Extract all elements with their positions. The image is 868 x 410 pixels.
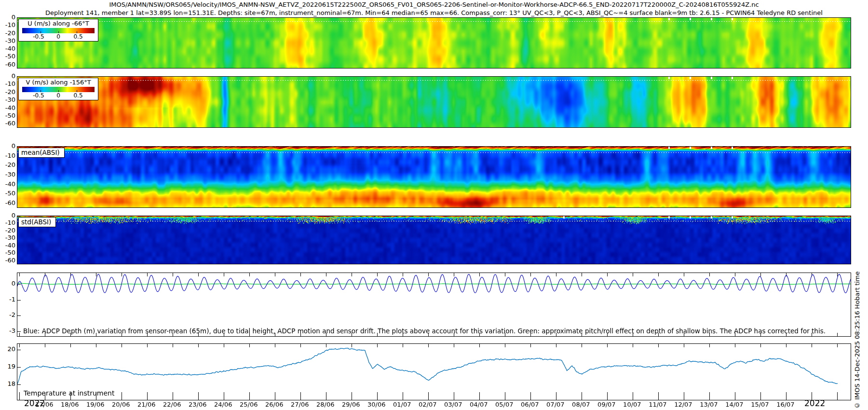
panel-temperature: Temperature at instrument <box>17 343 851 400</box>
y-tick-label-std: -10 <box>0 219 15 226</box>
y-tick-label-u: -10 <box>0 21 15 28</box>
y-tick-label-v: 0 <box>0 72 15 80</box>
y-tick-label-depth: 0 <box>0 280 15 287</box>
y-tick-label-v: -10 <box>0 80 15 87</box>
colorbar-tick-label: 0.5 <box>73 92 82 99</box>
y-tick-label-std: -20 <box>0 227 15 234</box>
v-legend-title: V (m/s) along -156°T <box>19 78 98 86</box>
std-absi-heatmap <box>17 216 851 264</box>
u-velocity-heatmap <box>17 18 851 68</box>
y-tick-label-u: -50 <box>0 53 15 60</box>
y-tick-label-u: -20 <box>0 29 15 37</box>
u-colorbar-legend: U (m/s) along -66°T -0.5 0 0.5 <box>18 19 98 41</box>
y-tick-label-mean: -40 <box>0 180 15 188</box>
y-tick-label-v: -50 <box>0 112 15 119</box>
std-absi-label: std(ABSI) <box>18 217 56 227</box>
y-tick-label-std: -50 <box>0 249 15 256</box>
y-tick-label-mean: -50 <box>0 190 15 197</box>
panel-mean-absi: mean(ABSI) <box>17 146 851 208</box>
y-tick-label-depth: -3 <box>0 327 15 334</box>
temperature-label: Temperature at instrument <box>24 389 114 397</box>
mean-absi-label: mean(ABSI) <box>18 148 65 158</box>
u-colorbar-gradient <box>22 28 95 33</box>
colorbar-tick-label: 0 <box>56 92 60 99</box>
y-tick-label-u: -40 <box>0 45 15 52</box>
u-colorbar-ticks: -0.5 0 0.5 <box>19 33 98 41</box>
y-tick-label-u: -60 <box>0 61 15 68</box>
y-tick-label-temp: 19 <box>0 363 15 370</box>
v-colorbar-ticks: -0.5 0 0.5 <box>19 92 98 100</box>
v-colorbar-gradient <box>22 87 95 92</box>
y-tick-label-mean: -20 <box>0 161 15 168</box>
colorbar-tick-label: 0.5 <box>73 33 82 40</box>
title-line-2: Deployment 141, member 1 lat=33.89S lon=… <box>0 9 868 16</box>
y-tick-label-std: -40 <box>0 242 15 249</box>
y-tick-label-v: -30 <box>0 96 15 103</box>
y-tick-label-std: -60 <box>0 257 15 264</box>
year-label-right: 2022 <box>804 398 825 408</box>
colorbar-tick-label: 0 <box>56 33 60 40</box>
imos-watermark: © IMOS 14-Dec-2025 08:25:16 Hobart time <box>854 234 862 409</box>
y-tick-label-depth: -2 <box>0 311 15 318</box>
panel-v-velocity: V (m/s) along -156°T -0.5 0 0.5 <box>17 76 851 128</box>
y-tick-label-v: -20 <box>0 88 15 96</box>
y-tick-label-mean: -30 <box>0 171 15 178</box>
depth-annotation: Blue: ADCP Depth (m) variation from sens… <box>23 327 826 335</box>
u-legend-title: U (m/s) along -66°T <box>19 19 98 27</box>
title-line-1: IMOS/ANMN/NSW/ORS065/Velocity/IMOS_ANMN-… <box>0 1 868 8</box>
v-velocity-heatmap <box>17 77 851 127</box>
colorbar-tick-label: -0.5 <box>33 33 44 40</box>
y-tick-label-temp: 18 <box>0 380 15 387</box>
panel-depth-variation: Blue: ADCP Depth (m) variation from sens… <box>17 273 851 337</box>
figure-root: IMOS/ANMN/NSW/ORS065/Velocity/IMOS_ANMN-… <box>0 0 868 410</box>
y-tick-label-u: -30 <box>0 37 15 44</box>
x-tick-label: 16/07 <box>770 401 801 408</box>
v-colorbar-legend: V (m/s) along -156°T -0.5 0 0.5 <box>18 78 98 100</box>
panel-u-velocity: U (m/s) along -66°T -0.5 0 0.5 <box>17 17 851 68</box>
colorbar-tick-label: -0.5 <box>33 92 44 99</box>
y-tick-label-mean: -60 <box>0 199 15 206</box>
y-tick-label-std: 0 <box>0 212 15 219</box>
y-tick-label-std: -30 <box>0 234 15 241</box>
y-tick-label-v: -60 <box>0 120 15 127</box>
y-tick-label-temp: 20 <box>0 345 15 353</box>
temperature-plot <box>17 344 851 400</box>
y-tick-label-v: -40 <box>0 104 15 111</box>
y-tick-label-u: 0 <box>0 14 15 21</box>
mean-absi-heatmap <box>17 147 851 207</box>
y-tick-label-mean: 0 <box>0 142 15 150</box>
y-tick-label-depth: -1 <box>0 296 15 303</box>
y-tick-label-mean: -10 <box>0 152 15 159</box>
panel-std-absi: std(ABSI) <box>17 216 851 264</box>
